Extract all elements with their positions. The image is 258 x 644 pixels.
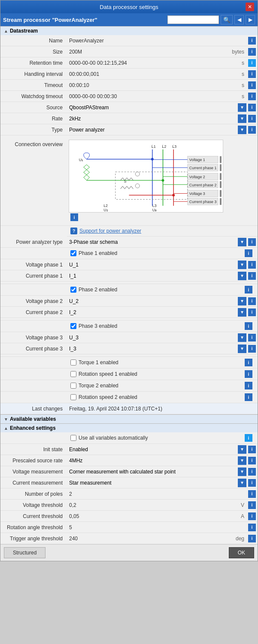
enhanced-arrow[interactable]: ▲	[4, 426, 8, 431]
size-info-btn[interactable]: i	[248, 48, 256, 56]
watchdog-row: Watchdog timeout 0000-00-00 00:00:30 s i	[0, 91, 258, 102]
use-all-info-btn[interactable]: i	[245, 434, 252, 442]
available-arrow[interactable]: ▼	[4, 417, 8, 422]
next-button[interactable]: ▶	[246, 15, 255, 24]
timeout-unit: s	[238, 81, 246, 90]
svg-text:Voltage 2: Voltage 2	[189, 175, 205, 179]
search-input[interactable]	[167, 15, 219, 24]
watchdog-label: Watchdog timeout	[0, 92, 67, 101]
type-value: Power analyzer	[67, 126, 238, 134]
init-state-arrow[interactable]: ▼	[238, 445, 246, 454]
phase3-check-info-btn[interactable]: i	[245, 322, 252, 330]
available-variables-header: ▼ Available variables	[0, 414, 258, 423]
ok-button[interactable]: OK	[229, 547, 254, 558]
current-phase3-info-btn[interactable]: i	[248, 345, 256, 353]
structured-button[interactable]: Structured	[4, 547, 46, 558]
power-type-label: Power analyzer type	[0, 237, 67, 247]
power-type-info-btn[interactable]: i	[248, 238, 256, 246]
circuit-svg: L1 L2 L3 U₁ L2 U₂ L3 U₃ S	[69, 140, 223, 212]
rotation2-info-btn[interactable]: i	[245, 393, 252, 401]
rotation-angle-info-btn[interactable]: i	[248, 524, 256, 531]
current-thresh-unit: A	[238, 512, 246, 521]
datastream-arrow[interactable]: ▲	[4, 29, 8, 33]
prescaled-arrow[interactable]: ▼	[238, 456, 246, 465]
voltage-phase3-info-btn[interactable]: i	[248, 334, 256, 341]
phase3-label: Phase 3 enabled	[79, 323, 117, 329]
rotation1-checkbox[interactable]	[70, 371, 76, 377]
phase3-checkbox[interactable]	[70, 323, 76, 329]
torque2-info-btn[interactable]: i	[245, 382, 252, 389]
current-meas-info-btn[interactable]: i	[248, 479, 256, 487]
source-dropdown-arrow[interactable]: ▼	[238, 103, 246, 112]
phase2-check-info-btn[interactable]: i	[245, 286, 252, 294]
phase1-checkbox[interactable]	[70, 250, 76, 256]
current-phase1-arrow[interactable]: ▼	[238, 272, 246, 280]
voltage-phase3-arrow[interactable]: ▼	[238, 333, 246, 342]
current-phase3-value: I_3	[67, 344, 238, 353]
retention-label: Retention time	[0, 58, 67, 68]
svg-point-21	[172, 194, 175, 197]
phase2-checkbox-area: Phase 2 enabled	[70, 287, 243, 293]
name-info-btn[interactable]: i	[248, 37, 256, 45]
rate-info-btn[interactable]: i	[248, 115, 256, 123]
poles-info-btn[interactable]: i	[248, 490, 256, 498]
type-dropdown-arrow[interactable]: ▼	[238, 126, 246, 134]
prev-button[interactable]: ◀	[234, 15, 244, 24]
use-all-checkbox[interactable]	[70, 435, 76, 441]
current-meas-arrow[interactable]: ▼	[238, 479, 246, 487]
current-phase1-row: Current phase 1 I_1 ▼ i	[0, 270, 258, 282]
torque2-checkbox[interactable]	[70, 383, 76, 389]
footer-bar: Structured OK	[0, 544, 258, 561]
prescaled-info-btn[interactable]: i	[248, 457, 256, 464]
timeout-info-btn[interactable]: i	[248, 81, 256, 89]
current-phase3-arrow[interactable]: ▼	[238, 344, 246, 353]
size-label: Size	[0, 47, 67, 57]
phase2-checkbox[interactable]	[70, 287, 76, 293]
voltage-meas-arrow[interactable]: ▼	[238, 467, 246, 476]
connection-info-btn[interactable]: i	[70, 213, 78, 221]
source-label: Source	[0, 103, 67, 112]
voltage-meas-dropdown: Corner measurement with calculated star …	[67, 467, 246, 476]
help-icon: ?	[70, 228, 77, 234]
current-phase2-label: Current phase 2	[0, 308, 67, 317]
rotation2-checkbox[interactable]	[70, 394, 76, 400]
voltage-phase2-info-btn[interactable]: i	[248, 297, 256, 305]
power-type-arrow[interactable]: ▼	[238, 238, 246, 246]
phase1-checkbox-row: Phase 1 enabled i	[0, 248, 258, 259]
rate-dropdown-arrow[interactable]: ▼	[238, 114, 246, 123]
close-button[interactable]: ✕	[246, 3, 254, 11]
current-thresh-row: Current threshold 0,05 A i	[0, 511, 258, 522]
trigger-angle-info-btn[interactable]: i	[248, 535, 256, 542]
voltage-phase1-arrow[interactable]: ▼	[238, 261, 246, 269]
voltage-meas-info-btn[interactable]: i	[248, 468, 256, 476]
svg-text:L1: L1	[152, 144, 156, 149]
torque2-area: Torque 2 enabled	[70, 383, 243, 389]
torque1-checkbox[interactable]	[70, 359, 76, 365]
voltage-thresh-row: Voltage threshold 0,2 V i	[0, 500, 258, 511]
support-link-text[interactable]: Support for power analyzer	[79, 228, 141, 234]
source-info-btn[interactable]: i	[248, 104, 256, 111]
rotation1-area: Rotation speed 1 enabled	[70, 371, 243, 377]
current-thresh-info-btn[interactable]: i	[248, 512, 256, 520]
rotation1-info-btn[interactable]: i	[245, 370, 252, 378]
retention-info-btn[interactable]: i	[248, 59, 256, 67]
voltage-phase2-arrow[interactable]: ▼	[238, 297, 246, 306]
trigger-angle-unit: deg	[234, 534, 246, 543]
current-phase2-arrow[interactable]: ▼	[238, 308, 246, 317]
type-info-btn[interactable]: i	[248, 126, 256, 134]
type-row: Type Power analyzer ▼ i	[0, 124, 258, 135]
torque1-info-btn[interactable]: i	[245, 359, 252, 366]
watchdog-info-btn[interactable]: i	[248, 93, 256, 100]
size-value: 200M	[67, 48, 230, 56]
voltage-phase1-info-btn[interactable]: i	[248, 261, 256, 269]
init-state-info-btn[interactable]: i	[248, 446, 256, 453]
timeout-label: Timeout	[0, 81, 67, 90]
current-phase1-info-btn[interactable]: i	[248, 272, 256, 280]
search-button[interactable]: 🔍	[221, 15, 233, 24]
svg-text:L2: L2	[103, 204, 108, 208]
phase1-check-info-btn[interactable]: i	[245, 249, 252, 257]
current-phase2-info-btn[interactable]: i	[248, 309, 256, 316]
voltage-thresh-info-btn[interactable]: i	[248, 501, 256, 509]
current-meas-row: Current measurement Star measurement ▼ i	[0, 477, 258, 488]
handling-info-btn[interactable]: i	[248, 70, 256, 78]
